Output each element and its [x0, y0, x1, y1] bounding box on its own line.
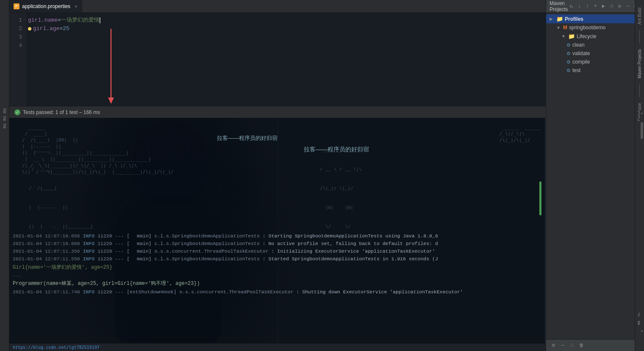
maven-panel: Maven Projects ↻ ↓ ↑ + ▶ ❐ ⚙ — □ 🗑 ▶ 📁 P…	[546, 0, 635, 351]
tree-arrow-lifecycle: ▼	[561, 34, 566, 39]
maven-btn-run[interactable]: ▶	[600, 3, 607, 10]
tree-arrow-profiles: ▶	[550, 17, 555, 21]
log-line-1: 2021-01-04 12:07:10.056 INFO 11220 --- […	[13, 232, 542, 240]
left-panel: ms ms ms	[0, 0, 9, 351]
folder-icon-lifecycle: 📁	[568, 33, 575, 39]
scroll-down-btn[interactable]: ▼	[641, 329, 643, 334]
edge-separator-2	[639, 84, 640, 97]
tab-close-icon[interactable]: ×	[75, 4, 77, 9]
console-scrollbar[interactable]: ▲ ▼	[640, 110, 644, 334]
output-line: Girl{name='一场梦幻的爱情', age=25}	[13, 264, 542, 271]
tree-label-test: test	[572, 67, 580, 73]
tree-item-clean[interactable]: ⚙ clean	[546, 41, 635, 49]
gear-icon-compile: ⚙	[566, 59, 571, 65]
edge-tab-maven-projects[interactable]: Maven Projects	[636, 46, 643, 82]
maven-btn-settings[interactable]: ⚙	[616, 3, 623, 10]
line-num-2: 2	[9, 25, 26, 33]
line-num-4: 4	[9, 42, 26, 50]
maven-icon-springbootdemo: M	[563, 25, 567, 31]
edge-tab-ant-build[interactable]: Ant Build	[636, 4, 643, 28]
tab-file-icon: P	[14, 3, 19, 9]
left-label-ms2: ms	[1, 114, 8, 122]
code-line-1: girl.name=一场梦幻的爱情	[28, 16, 544, 25]
console-area: ______ / ____| / /(____) |00| || | |----…	[9, 118, 546, 343]
tree-item-lifecycle[interactable]: ▼ 📁 Lifecycle	[546, 32, 635, 41]
maven-title: Maven Projects	[550, 0, 568, 12]
maven-btn-upload[interactable]: ↑	[584, 3, 591, 10]
green-indicator-strip	[539, 181, 541, 215]
editor-area: 1 2 3 4 girl.name=一场梦幻的爱情 girl.age=25	[9, 13, 546, 106]
log-line-2: 2021-01-04 12:07:10.060 INFO 11220 --- […	[13, 240, 542, 248]
maven-btn-download[interactable]: ↓	[576, 3, 583, 10]
folder-icon-profiles: 📁	[556, 16, 563, 22]
separator-line: ---	[13, 272, 542, 280]
editor-code[interactable]: girl.name=一场梦幻的爱情 girl.age=25	[26, 13, 546, 106]
tree-item-compile[interactable]: ⚙ compile	[546, 58, 635, 66]
programmer-line: Programmer(name=林某, age=25, girl=Girl{na…	[13, 280, 542, 287]
line-num-1: 1	[9, 16, 26, 25]
gear-icon-test: ⚙	[566, 68, 571, 73]
warning-dot	[28, 27, 31, 31]
tree-label-profiles: Profiles	[565, 16, 583, 22]
maven-bottom-btn-trash[interactable]: 🗑	[577, 342, 585, 349]
tree-arrow-springbootdemo: ▼	[556, 25, 561, 30]
tab-application-properties[interactable]: P application.properties ×	[9, 0, 82, 12]
gear-icon-validate: ⚙	[566, 51, 571, 56]
edge-separator	[639, 31, 640, 43]
maven-btn-refresh[interactable]: ↻	[568, 3, 575, 10]
test-result-text: Tests passed: 1 of 1 test – 166 ms	[23, 109, 100, 115]
tree-item-springbootdemo[interactable]: ▼ M springbootdemo	[546, 23, 635, 32]
maven-btn-copy[interactable]: ❐	[608, 3, 615, 10]
tree-item-test[interactable]: ⚙ test	[546, 66, 635, 75]
maven-header: Maven Projects ↻ ↓ ↑ + ▶ ❐ ⚙ — □ 🗑	[546, 0, 635, 13]
tab-label: application.properties	[22, 3, 70, 9]
tree-label-springbootdemo: springbootdemo	[569, 25, 605, 31]
console-content: ______ / ____| / /(____) |00| || | |----…	[9, 118, 546, 343]
code-line-4	[28, 42, 544, 50]
maven-bottom-btn-maximize[interactable]: □	[568, 342, 576, 349]
tree-label-clean: clean	[572, 42, 585, 48]
text-cursor	[100, 17, 100, 23]
log-lines-section: 2021-01-04 12:07:10.056 INFO 11220 --- […	[9, 232, 546, 296]
tab-bar: P application.properties ×	[9, 0, 546, 13]
maven-tree[interactable]: ▶ 📁 Profiles ▼ M springbootdemo ▼ 📁 Life…	[546, 13, 635, 339]
tree-label-validate: validate	[572, 50, 590, 56]
url-text: https://blog.csdn.net/lgt782519197	[13, 345, 100, 350]
gear-icon-clean: ⚙	[566, 42, 571, 48]
log-line-4: 2021-01-04 12:07:11.550 INFO 11220 --- […	[13, 255, 542, 263]
scroll-thumb[interactable]	[641, 122, 643, 139]
main-area: P application.properties × 1 2 3 4 girl.…	[9, 0, 546, 351]
line-num-3: 3	[9, 33, 26, 42]
left-label-ms1: ms	[1, 107, 8, 114]
maven-bottom-btn-minimize[interactable]: —	[559, 342, 566, 349]
log-line-3: 2021-01-04 12:07:11.356 INFO 11220 --- […	[13, 248, 542, 255]
maven-btn-minimize[interactable]: —	[624, 3, 631, 10]
maven-btn-add[interactable]: +	[592, 3, 599, 10]
tree-label-lifecycle: Lifecycle	[577, 33, 597, 39]
scroll-up-btn[interactable]: ▲	[641, 110, 643, 116]
code-line-2: girl.age=25	[28, 25, 544, 33]
log-line-last: 2021-01-04 12:07:11.740 INFO 11220 --- […	[13, 288, 542, 296]
url-bar: https://blog.csdn.net/lgt782519197	[9, 343, 546, 351]
maven-bottom-btn-settings[interactable]: ⚙	[550, 342, 557, 349]
line-numbers: 1 2 3 4	[9, 13, 26, 106]
left-label-ms3: ms	[1, 122, 8, 130]
ascii-art-full: ______ / ____ / /(____) | |------ || (| …	[9, 122, 546, 232]
tree-item-validate[interactable]: ⚙ validate	[546, 49, 635, 58]
right-edge-panel: Ant Build Maven Projects Database 🖨 🗑 ▲ …	[635, 0, 644, 351]
tree-item-profiles[interactable]: ▶ 📁 Profiles	[546, 14, 635, 23]
test-results-bar: ✓ Tests passed: 1 of 1 test – 166 ms	[9, 106, 546, 118]
maven-toolbar: ↻ ↓ ↑ + ▶ ❐ ⚙ — □ 🗑	[568, 3, 644, 10]
tree-label-compile: compile	[572, 59, 590, 65]
code-line-3	[28, 33, 544, 42]
test-pass-icon: ✓	[14, 109, 20, 115]
maven-bottom-bar: ⚙ — □ 🗑	[546, 339, 635, 351]
